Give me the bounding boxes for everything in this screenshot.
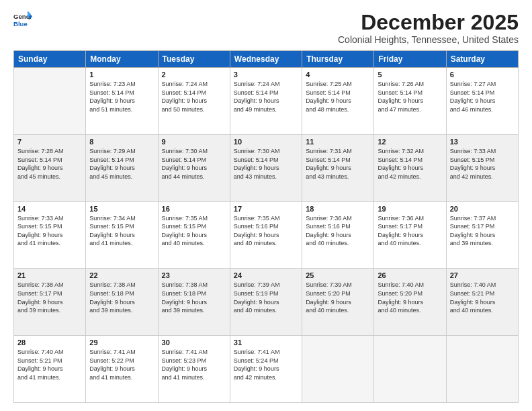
day-number: 15 — [89, 205, 154, 213]
day-info: Sunrise: 7:38 AMSunset: 5:18 PMDaylight:… — [162, 281, 226, 314]
calendar-day-cell: 15Sunrise: 7:34 AMSunset: 5:15 PMDayligh… — [86, 201, 158, 269]
day-info: Sunrise: 7:23 AMSunset: 5:14 PMDaylight:… — [89, 80, 154, 113]
day-number: 24 — [234, 271, 298, 279]
calendar-day-cell: 26Sunrise: 7:40 AMSunset: 5:20 PMDayligh… — [374, 269, 446, 336]
day-number: 31 — [234, 338, 298, 347]
day-number: 12 — [378, 138, 442, 146]
day-info: Sunrise: 7:41 AMSunset: 5:23 PMDaylight:… — [162, 348, 226, 381]
day-info: Sunrise: 7:35 AMSunset: 5:16 PMDaylight:… — [234, 214, 298, 248]
logo: General Blue — [13, 11, 32, 30]
logo-icon: General Blue — [13, 11, 32, 30]
day-info: Sunrise: 7:29 AMSunset: 5:14 PMDaylight:… — [89, 147, 154, 181]
calendar-day-header: Thursday — [302, 51, 374, 68]
day-info: Sunrise: 7:35 AMSunset: 5:15 PMDaylight:… — [162, 214, 226, 248]
calendar-day-cell: 10Sunrise: 7:30 AMSunset: 5:14 PMDayligh… — [230, 134, 302, 201]
calendar-day-cell: 3Sunrise: 7:24 AMSunset: 5:14 PMDaylight… — [230, 68, 302, 135]
location-title: Colonial Heights, Tennessee, United Stat… — [338, 34, 519, 45]
calendar-day-header: Wednesday — [230, 51, 302, 68]
calendar-day-cell: 14Sunrise: 7:33 AMSunset: 5:15 PMDayligh… — [14, 201, 86, 269]
calendar-day-header: Sunday — [14, 51, 86, 68]
calendar-day-cell: 12Sunrise: 7:32 AMSunset: 5:14 PMDayligh… — [374, 134, 446, 201]
calendar-day-cell: 17Sunrise: 7:35 AMSunset: 5:16 PMDayligh… — [230, 201, 302, 269]
day-number: 7 — [17, 138, 82, 146]
title-block: December 2025 Colonial Heights, Tennesse… — [338, 11, 519, 45]
calendar-day-header: Friday — [374, 51, 446, 68]
calendar-day-cell — [374, 336, 446, 403]
day-info: Sunrise: 7:36 AMSunset: 5:17 PMDaylight:… — [378, 214, 442, 248]
calendar-day-header: Monday — [86, 51, 158, 68]
calendar-day-cell: 9Sunrise: 7:30 AMSunset: 5:14 PMDaylight… — [158, 134, 230, 201]
day-number: 28 — [17, 338, 82, 347]
day-info: Sunrise: 7:31 AMSunset: 5:14 PMDaylight:… — [306, 147, 370, 181]
calendar-day-cell: 16Sunrise: 7:35 AMSunset: 5:15 PMDayligh… — [158, 201, 230, 269]
calendar-day-cell: 23Sunrise: 7:38 AMSunset: 5:18 PMDayligh… — [158, 269, 230, 336]
calendar-day-cell: 5Sunrise: 7:26 AMSunset: 5:14 PMDaylight… — [374, 68, 446, 135]
day-info: Sunrise: 7:25 AMSunset: 5:14 PMDaylight:… — [306, 80, 370, 113]
calendar-day-cell: 22Sunrise: 7:38 AMSunset: 5:18 PMDayligh… — [86, 269, 158, 336]
day-number: 20 — [450, 205, 515, 213]
calendar-day-cell — [302, 336, 374, 403]
calendar-day-cell: 28Sunrise: 7:40 AMSunset: 5:21 PMDayligh… — [14, 336, 86, 403]
calendar-day-header: Saturday — [446, 51, 518, 68]
calendar-day-cell — [446, 336, 518, 403]
day-number: 19 — [378, 205, 442, 213]
calendar-day-cell: 18Sunrise: 7:36 AMSunset: 5:16 PMDayligh… — [302, 201, 374, 269]
calendar-day-cell: 25Sunrise: 7:39 AMSunset: 5:20 PMDayligh… — [302, 269, 374, 336]
day-info: Sunrise: 7:41 AMSunset: 5:22 PMDaylight:… — [89, 348, 154, 381]
calendar-day-cell: 8Sunrise: 7:29 AMSunset: 5:14 PMDaylight… — [86, 134, 158, 201]
calendar-day-cell: 1Sunrise: 7:23 AMSunset: 5:14 PMDaylight… — [86, 68, 158, 135]
day-info: Sunrise: 7:26 AMSunset: 5:14 PMDaylight:… — [378, 80, 442, 113]
calendar-day-cell: 31Sunrise: 7:41 AMSunset: 5:24 PMDayligh… — [230, 336, 302, 403]
day-number: 3 — [234, 71, 298, 79]
calendar-day-cell: 30Sunrise: 7:41 AMSunset: 5:23 PMDayligh… — [158, 336, 230, 403]
day-number: 8 — [89, 138, 154, 146]
day-info: Sunrise: 7:28 AMSunset: 5:14 PMDaylight:… — [17, 147, 82, 181]
page: General Blue December 2025 Colonial Heig… — [0, 0, 532, 411]
day-info: Sunrise: 7:33 AMSunset: 5:15 PMDaylight:… — [450, 147, 515, 181]
calendar-day-cell: 24Sunrise: 7:39 AMSunset: 5:19 PMDayligh… — [230, 269, 302, 336]
day-info: Sunrise: 7:41 AMSunset: 5:24 PMDaylight:… — [234, 348, 298, 381]
day-number: 27 — [450, 271, 515, 279]
day-number: 10 — [234, 138, 298, 146]
header: General Blue December 2025 Colonial Heig… — [13, 11, 519, 45]
calendar-day-cell: 27Sunrise: 7:40 AMSunset: 5:21 PMDayligh… — [446, 269, 518, 336]
calendar-day-cell: 4Sunrise: 7:25 AMSunset: 5:14 PMDaylight… — [302, 68, 374, 135]
calendar-header-row: SundayMondayTuesdayWednesdayThursdayFrid… — [14, 51, 519, 68]
day-info: Sunrise: 7:38 AMSunset: 5:18 PMDaylight:… — [89, 281, 154, 314]
day-info: Sunrise: 7:24 AMSunset: 5:14 PMDaylight:… — [162, 80, 226, 113]
calendar-day-cell: 13Sunrise: 7:33 AMSunset: 5:15 PMDayligh… — [446, 134, 518, 201]
day-info: Sunrise: 7:33 AMSunset: 5:15 PMDaylight:… — [17, 214, 82, 248]
day-info: Sunrise: 7:37 AMSunset: 5:17 PMDaylight:… — [450, 214, 515, 248]
day-number: 18 — [306, 205, 370, 213]
day-info: Sunrise: 7:40 AMSunset: 5:21 PMDaylight:… — [450, 281, 515, 314]
day-number: 29 — [89, 338, 154, 347]
calendar-day-cell: 19Sunrise: 7:36 AMSunset: 5:17 PMDayligh… — [374, 201, 446, 269]
day-info: Sunrise: 7:39 AMSunset: 5:20 PMDaylight:… — [306, 281, 370, 314]
day-info: Sunrise: 7:24 AMSunset: 5:14 PMDaylight:… — [234, 80, 298, 113]
day-info: Sunrise: 7:30 AMSunset: 5:14 PMDaylight:… — [162, 147, 226, 181]
day-number: 1 — [89, 71, 154, 79]
calendar-day-cell: 11Sunrise: 7:31 AMSunset: 5:14 PMDayligh… — [302, 134, 374, 201]
day-number: 16 — [162, 205, 226, 213]
day-info: Sunrise: 7:40 AMSunset: 5:21 PMDaylight:… — [17, 348, 82, 381]
day-info: Sunrise: 7:39 AMSunset: 5:19 PMDaylight:… — [234, 281, 298, 314]
day-number: 2 — [162, 71, 226, 79]
calendar-day-cell: 21Sunrise: 7:38 AMSunset: 5:17 PMDayligh… — [14, 269, 86, 336]
calendar-week-row: 7Sunrise: 7:28 AMSunset: 5:14 PMDaylight… — [14, 134, 519, 201]
svg-text:Blue: Blue — [13, 20, 28, 28]
day-number: 26 — [378, 271, 442, 279]
calendar-week-row: 21Sunrise: 7:38 AMSunset: 5:17 PMDayligh… — [14, 269, 519, 336]
day-info: Sunrise: 7:30 AMSunset: 5:14 PMDaylight:… — [234, 147, 298, 181]
day-number: 14 — [17, 205, 82, 213]
day-number: 30 — [162, 338, 226, 347]
day-number: 22 — [89, 271, 154, 279]
day-info: Sunrise: 7:36 AMSunset: 5:16 PMDaylight:… — [306, 214, 370, 248]
calendar-table: SundayMondayTuesdayWednesdayThursdayFrid… — [13, 50, 519, 403]
day-info: Sunrise: 7:38 AMSunset: 5:17 PMDaylight:… — [17, 281, 82, 314]
day-info: Sunrise: 7:34 AMSunset: 5:15 PMDaylight:… — [89, 214, 154, 248]
calendar-week-row: 1Sunrise: 7:23 AMSunset: 5:14 PMDaylight… — [14, 68, 519, 135]
calendar-day-header: Tuesday — [158, 51, 230, 68]
day-number: 4 — [306, 71, 370, 79]
calendar-day-cell: 2Sunrise: 7:24 AMSunset: 5:14 PMDaylight… — [158, 68, 230, 135]
day-info: Sunrise: 7:27 AMSunset: 5:14 PMDaylight:… — [450, 80, 515, 113]
